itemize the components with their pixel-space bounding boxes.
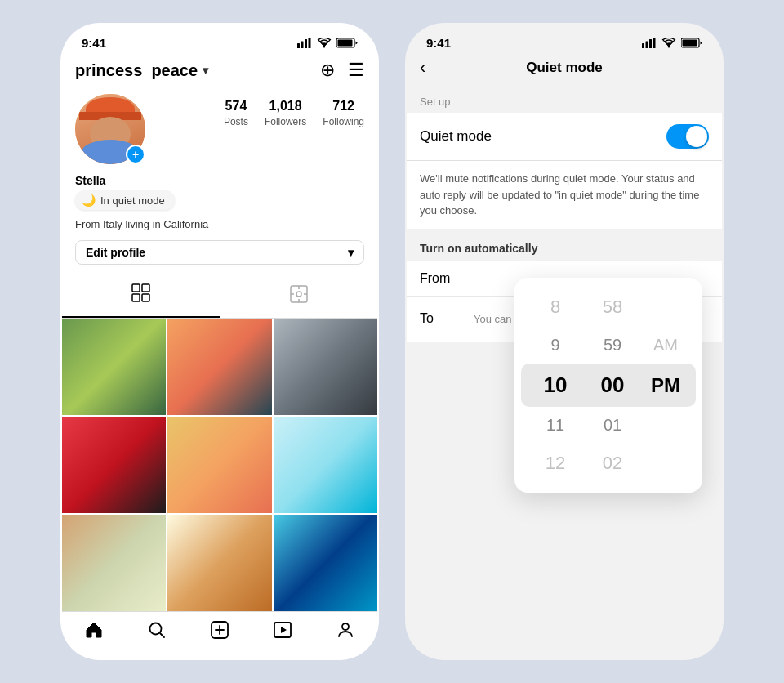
picker-row-12-02: 12 02 (514, 444, 702, 483)
quiet-mode-toggle[interactable] (666, 124, 709, 149)
followers-count: 1,018 (265, 99, 306, 114)
edit-profile-button[interactable]: Edit profile ▾ (75, 240, 364, 265)
photo-cell-7[interactable] (62, 515, 166, 611)
picker-hour-9: 9 (527, 332, 584, 359)
status-icons-left (297, 38, 358, 48)
edit-chevron-icon: ▾ (348, 246, 354, 259)
min-59[interactable]: 59 (584, 332, 641, 359)
avatar-wrapper: + (75, 94, 145, 164)
svg-rect-27 (649, 39, 652, 48)
photo-row-3 (62, 515, 377, 611)
svg-rect-2 (305, 39, 307, 48)
svg-rect-31 (683, 40, 697, 47)
photo-cell-3[interactable] (274, 319, 377, 415)
stat-posts[interactable]: 574 Posts (224, 99, 248, 128)
posts-count: 574 (224, 99, 248, 114)
quiet-mode-row: Quiet mode (407, 113, 722, 160)
signal-icon (297, 38, 312, 48)
picker-min-02: 02 (584, 449, 641, 478)
following-label: Following (323, 116, 364, 127)
back-button[interactable]: ‹ (420, 57, 425, 78)
setup-section-label: Set up (407, 86, 722, 113)
hour-9[interactable]: 9 (527, 332, 584, 359)
toggle-knob (686, 126, 707, 147)
svg-rect-1 (301, 42, 304, 49)
picker-min-selected: 00 (584, 368, 641, 402)
photo-cell-6[interactable] (274, 417, 377, 513)
photo-cell-4[interactable] (62, 417, 166, 513)
photo-cell-8[interactable] (167, 515, 271, 611)
photo-cell-9[interactable] (274, 515, 377, 611)
auto-section-label: Turn on automatically (407, 229, 722, 261)
svg-marker-23 (281, 627, 287, 633)
photo-cell-1[interactable] (62, 319, 166, 415)
svg-rect-0 (297, 43, 300, 48)
search-nav-icon[interactable] (147, 620, 167, 645)
svg-rect-3 (309, 38, 311, 48)
tagged-tab[interactable] (220, 275, 377, 318)
left-phone: 9:41 princess_peace ▾ (60, 23, 379, 660)
menu-icon[interactable]: ☰ (348, 60, 364, 81)
username: princess_peace (75, 61, 198, 80)
to-label: To (420, 311, 461, 326)
grid-tab[interactable] (62, 275, 220, 318)
min-00[interactable]: 00 (584, 368, 641, 402)
posts-label: Posts (224, 116, 248, 127)
svg-point-24 (342, 623, 349, 630)
time-picker[interactable]: 8 58 9 59 AM (514, 278, 702, 493)
profile-nav-icon[interactable] (336, 620, 355, 645)
svg-line-18 (160, 633, 164, 637)
quiet-mode-label: Quiet mode (420, 128, 492, 145)
min-02[interactable]: 02 (584, 449, 641, 478)
period-pm[interactable]: PM (641, 370, 690, 401)
photo-row-1 (62, 319, 377, 415)
time-left: 9:41 (82, 36, 106, 50)
reels-nav-icon[interactable] (273, 620, 292, 645)
home-nav-icon[interactable] (84, 620, 104, 645)
picker-min-01: 01 (584, 412, 641, 439)
profile-name-section: Stella 🌙 In quiet mode (62, 174, 377, 217)
photo-tabs (62, 275, 377, 319)
picker-row-selected: 10 00 PM (521, 364, 696, 407)
hour-10[interactable]: 10 (527, 368, 584, 402)
bio: From Italy living in California (62, 217, 377, 240)
moon-icon: 🌙 (82, 194, 96, 207)
picker-row-9-59: 9 59 AM (514, 327, 702, 364)
profile-header: princess_peace ▾ ⊕ ☰ (62, 56, 377, 87)
chevron-down-icon: ▾ (203, 64, 208, 77)
grid-icon (131, 283, 151, 308)
svg-rect-25 (642, 43, 644, 48)
quiet-mode-badge[interactable]: 🌙 In quiet mode (75, 190, 175, 210)
svg-rect-7 (132, 284, 140, 292)
svg-rect-6 (338, 40, 353, 47)
photo-cell-2[interactable] (167, 319, 271, 415)
quiet-mode-text: In quiet mode (100, 194, 165, 207)
add-nav-icon[interactable] (210, 620, 229, 645)
period-am[interactable]: AM (641, 332, 690, 359)
min-01[interactable]: 01 (584, 412, 641, 439)
picker-hour-selected: 10 (527, 368, 584, 402)
header-icons: ⊕ ☰ (320, 60, 364, 81)
hour-8[interactable]: 8 (527, 292, 584, 322)
right-phone: 9:41 ‹ Quiet mode Set (405, 23, 724, 660)
profile-section: + 574 Posts 1,018 Followers 712 Followin… (62, 87, 377, 174)
quiet-mode-header: ‹ Quiet mode (407, 56, 722, 86)
svg-rect-9 (132, 294, 140, 301)
followers-label: Followers (265, 116, 306, 127)
stat-followers[interactable]: 1,018 Followers (265, 99, 306, 128)
hour-11[interactable]: 11 (527, 412, 584, 439)
wifi-icon (317, 38, 332, 48)
picker-row-8-58: 8 58 (514, 288, 702, 327)
picker-row-11-01: 11 01 (514, 407, 702, 444)
status-bar-right: 9:41 (407, 25, 722, 56)
photo-cell-5[interactable] (167, 417, 271, 513)
min-58[interactable]: 58 (584, 292, 641, 322)
username-row[interactable]: princess_peace ▾ (75, 61, 208, 80)
signal-icon-right (642, 38, 657, 48)
stat-following[interactable]: 712 Following (323, 99, 364, 128)
add-post-icon[interactable]: ⊕ (320, 60, 335, 81)
svg-point-4 (323, 46, 326, 48)
add-story-button[interactable]: + (126, 145, 145, 164)
hour-12[interactable]: 12 (527, 449, 584, 478)
from-label: From (420, 271, 461, 286)
